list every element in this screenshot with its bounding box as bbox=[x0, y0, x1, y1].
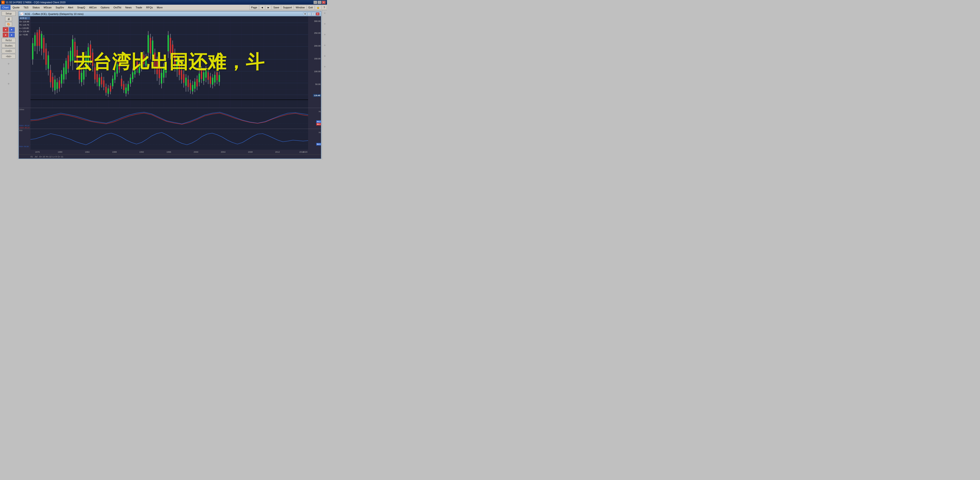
right-dot-4: + bbox=[324, 43, 326, 47]
menu-alert[interactable]: Alert bbox=[66, 5, 75, 10]
svg-rect-131 bbox=[165, 62, 167, 73]
ssd-label: SSD= 36.14 bbox=[19, 127, 30, 129]
x-label-2008: 2008 bbox=[248, 151, 253, 153]
ohlc-open: O= 115.65 bbox=[19, 20, 30, 23]
next-page-button[interactable]: ► bbox=[266, 5, 271, 10]
chart-maximize-btn[interactable]: □ bbox=[312, 12, 315, 16]
chart-close-btn[interactable]: ✕ bbox=[316, 12, 320, 16]
menu-ts[interactable]: T&S bbox=[22, 5, 30, 10]
svg-rect-147 bbox=[183, 74, 185, 83]
minimize-button[interactable]: — bbox=[313, 1, 317, 4]
x-label-1980: 1980 bbox=[58, 151, 62, 153]
price-scale: 300.00 250.00 200.00 150.00 100.00 50.00… bbox=[308, 16, 321, 108]
rsi-label-col: RSI RSI= 50.50 bbox=[19, 129, 30, 150]
chart-title: KCE - Coffee (ICE), Quarterly (Delayed b… bbox=[25, 13, 303, 15]
svg-rect-45 bbox=[70, 51, 71, 62]
menu-mscan[interactable]: MScan bbox=[42, 5, 53, 10]
x-label-2000: 2000 bbox=[194, 151, 198, 153]
menu-chart[interactable]: Chart bbox=[0, 5, 11, 10]
x-label-1988: 1988 bbox=[112, 151, 117, 153]
close-button[interactable]: ✕ bbox=[322, 1, 326, 4]
menu-bar: Chart Quote T&S Status MScan SupSrv Aler… bbox=[0, 5, 327, 10]
svg-rect-121 bbox=[154, 52, 156, 67]
stoch-svg bbox=[30, 108, 308, 129]
exit-button[interactable]: Exit bbox=[307, 5, 314, 10]
menu-supsrv[interactable]: SupSrv bbox=[54, 5, 66, 10]
title-bar: C 11:32:14 P002 174856 - CQG Integrated … bbox=[0, 0, 327, 5]
menu-allcon[interactable]: AllCon bbox=[88, 5, 99, 10]
stoch-75: 75 bbox=[318, 111, 320, 113]
svg-rect-21 bbox=[43, 38, 45, 52]
chart-settings-btn[interactable]: ⚙ bbox=[303, 12, 307, 16]
menu-ordtkt[interactable]: OrdTkt bbox=[111, 5, 123, 10]
icon-row-1: ◄ ► bbox=[3, 27, 15, 32]
menu-news[interactable]: News bbox=[123, 5, 134, 10]
rsi-scale: 75 25 50.5 bbox=[308, 129, 321, 150]
maximize-button[interactable]: □ bbox=[318, 1, 321, 4]
menu-snapq[interactable]: SnapQ bbox=[75, 5, 87, 10]
page-button[interactable]: Page bbox=[250, 5, 259, 10]
x-label-1976: 1976 bbox=[35, 151, 40, 153]
svg-rect-27 bbox=[50, 70, 51, 82]
help-button[interactable]: ? bbox=[322, 5, 326, 10]
right-dot-6: + bbox=[324, 65, 326, 68]
sidebar-red-btn-1[interactable]: ◄ bbox=[3, 27, 8, 32]
rescl-button[interactable]: ReScl bbox=[2, 38, 16, 43]
svg-rect-169 bbox=[207, 72, 209, 79]
x-label-1992: 1992 bbox=[139, 151, 144, 153]
svg-rect-25 bbox=[48, 56, 49, 69]
stoch-scale: 75 25 45.2 36.1 bbox=[308, 108, 321, 129]
setup-button[interactable]: Setup bbox=[2, 11, 16, 16]
price-250: 250.00 bbox=[314, 32, 321, 34]
svg-rect-107 bbox=[138, 66, 140, 73]
main-layout: Setup 🖨 🎨 ◄ ► ◄ ► ReScl Studies <IntD> <… bbox=[0, 10, 327, 160]
menu-quote[interactable]: Quote bbox=[11, 5, 21, 10]
sidebar-blue-btn-1[interactable]: ► bbox=[9, 27, 15, 32]
main-chart-canvas[interactable]: 去台湾比出国还难，斗 bbox=[30, 16, 308, 108]
window-button[interactable]: Window bbox=[294, 5, 306, 10]
svg-rect-179 bbox=[219, 75, 220, 82]
menu-trade[interactable]: Trade bbox=[134, 5, 144, 10]
menu-right: Page ◄ ► Save Support Window Exit 🔒 ? bbox=[250, 5, 326, 10]
svg-rect-89 bbox=[119, 59, 120, 70]
icon-row-2: ◄ ► bbox=[3, 33, 15, 37]
menu-options[interactable]: Options bbox=[99, 5, 111, 10]
save-button[interactable]: Save bbox=[272, 5, 281, 10]
menu-rfqs[interactable]: RFQs bbox=[144, 5, 154, 10]
sidebar-red-btn-2[interactable]: ◄ bbox=[3, 33, 8, 37]
intd-button[interactable]: <IntD> bbox=[2, 49, 16, 53]
x-label-2012: 2012 bbox=[275, 151, 280, 153]
svg-rect-87 bbox=[116, 64, 118, 73]
svg-rect-67 bbox=[94, 67, 96, 79]
right-dot-5: + bbox=[324, 54, 326, 58]
support-button[interactable]: Support bbox=[281, 5, 294, 10]
svg-rect-111 bbox=[143, 55, 145, 64]
svg-rect-23 bbox=[45, 49, 47, 65]
print-icon[interactable]: 🖨 bbox=[5, 16, 12, 21]
rsi-chart[interactable] bbox=[30, 129, 308, 150]
app-title: 11:32:14 P002 174856 - CQG Integrated Cl… bbox=[6, 1, 313, 4]
ssk-badge: 45.2 bbox=[316, 120, 321, 123]
indicator-bar-o: 01 bbox=[30, 156, 33, 158]
chart-minimize-btn[interactable]: — bbox=[307, 12, 311, 16]
ohlc-low: L= 115.65 bbox=[19, 27, 30, 30]
list-button[interactable]: <list> bbox=[2, 54, 16, 59]
svg-rect-19 bbox=[41, 34, 42, 49]
menu-status[interactable]: Status bbox=[30, 5, 41, 10]
sidebar-blue-btn-2[interactable]: ► bbox=[9, 33, 15, 37]
svg-rect-177 bbox=[216, 72, 218, 80]
title-controls: — □ ✕ bbox=[313, 1, 326, 4]
chart-content: KCE.Q O= 115.65 H= 119.75 L= 115.65 C= 1… bbox=[19, 16, 321, 159]
svg-rect-143 bbox=[179, 64, 180, 75]
studies-button[interactable]: Studies bbox=[2, 43, 16, 48]
right-dot-1: + bbox=[324, 11, 326, 15]
svg-rect-71 bbox=[99, 78, 100, 86]
x-label-2020: 2020 bbox=[303, 151, 307, 153]
stoch-chart[interactable] bbox=[30, 108, 308, 129]
menu-more[interactable]: More bbox=[155, 5, 164, 10]
color-icon[interactable]: 🎨 bbox=[5, 22, 12, 27]
svg-rect-11 bbox=[32, 43, 33, 59]
prev-page-button[interactable]: ◄ bbox=[259, 5, 265, 10]
lock-button[interactable]: 🔒 bbox=[315, 5, 321, 10]
symbol-label: KCE.Q bbox=[19, 17, 30, 19]
